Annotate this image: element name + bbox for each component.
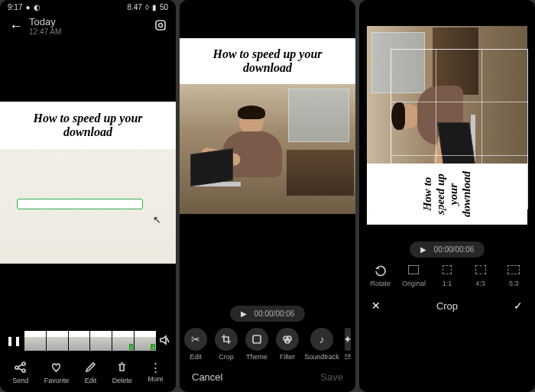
play-icon: ▶: [420, 245, 426, 254]
aspect-1-1[interactable]: 1:1: [432, 265, 462, 287]
music-icon: ♪: [310, 328, 333, 351]
meme-caption: How to speed up your download: [367, 164, 527, 225]
playback-control[interactable]: ▶ 00:00/00:06: [230, 306, 306, 322]
svg-point-4: [15, 366, 18, 369]
pause-button[interactable]: ❚❚: [6, 335, 21, 346]
signal-icon: ▮: [152, 3, 157, 11]
aspect-5-3[interactable]: 5:3: [498, 265, 529, 287]
theme-icon: [245, 328, 268, 351]
messenger-icon: ●: [25, 3, 30, 11]
status-time: 9:17: [8, 3, 22, 11]
cursor-icon: ↖: [153, 214, 161, 225]
header-title: Today: [29, 16, 61, 28]
more-button[interactable]: ⋮ More: [148, 361, 164, 384]
aspect-original[interactable]: Original: [398, 265, 429, 287]
delete-button[interactable]: Delete: [112, 361, 132, 384]
frame-thumb[interactable]: [47, 331, 68, 351]
svg-rect-0: [156, 21, 165, 30]
tool-theme[interactable]: Theme: [245, 328, 268, 361]
tool-edit[interactable]: ✂Edit: [184, 328, 207, 361]
svg-rect-6: [253, 335, 261, 343]
svg-point-1: [159, 23, 163, 27]
tool-filter[interactable]: Filter: [276, 328, 299, 361]
frame-thumb[interactable]: ↓: [135, 331, 156, 351]
status-bar: 9:17 ● ◐ 8.47 ◊ ▮ 50: [0, 0, 176, 13]
aspect-4-3[interactable]: 4:3: [465, 265, 496, 287]
telegram-icon: ◐: [34, 3, 41, 11]
rotated-preview[interactable]: How to speed up your download: [359, 18, 535, 232]
panel-gallery-viewer: 9:17 ● ◐ 8.47 ◊ ▮ 50 ← Today 12:47 AM: [0, 0, 176, 392]
svg-line-2: [167, 338, 169, 342]
rotate-icon: [374, 265, 386, 277]
crop-icon: [215, 328, 238, 351]
filter-icon: [276, 328, 299, 351]
more-icon: ⋮: [150, 361, 161, 373]
share-icon: [15, 361, 26, 374]
meme-caption: How to speed up your download: [0, 102, 176, 149]
heart-icon: [50, 361, 62, 374]
video-frame: [367, 26, 527, 164]
progress-bar-graphic: [17, 199, 143, 209]
battery-icon: 50: [160, 3, 168, 11]
scissors-icon: ✂: [184, 328, 207, 351]
frame-scrubber[interactable]: ↓ ↓: [24, 331, 156, 351]
panel-crop-editor: How to speed up your download ▶ 00: [359, 0, 535, 392]
header-subtitle: 12:47 AM: [29, 28, 61, 36]
frame-thumb[interactable]: [24, 331, 46, 351]
rotate-button[interactable]: Rotate: [365, 265, 396, 287]
mute-button[interactable]: [159, 335, 170, 348]
trash-icon: [116, 361, 128, 374]
video-frame[interactable]: ↖: [0, 149, 176, 264]
effects-icon: ✦: [345, 328, 351, 351]
frame-thumb[interactable]: [69, 331, 90, 351]
playback-control[interactable]: ▶ 00:00/00:06: [410, 241, 485, 258]
frame-thumb[interactable]: [90, 331, 112, 351]
rect-icon: [507, 265, 520, 277]
tool-crop[interactable]: Crop: [215, 328, 238, 361]
svg-point-5: [22, 369, 25, 372]
tool-soundtrack[interactable]: ♪Soundtrack: [306, 328, 337, 361]
close-button[interactable]: ✕: [371, 300, 381, 312]
save-button[interactable]: Save: [320, 371, 343, 383]
play-icon: ▶: [241, 309, 247, 318]
favorite-button[interactable]: Favorite: [44, 361, 70, 384]
rect-icon: [408, 265, 419, 277]
edit-button[interactable]: Edit: [85, 361, 97, 384]
meme-caption: How to speed up your download: [180, 38, 355, 84]
tool-effects[interactable]: ✦Eff: [345, 328, 351, 361]
cancel-button[interactable]: Cancel: [192, 371, 222, 383]
wifi-icon: ◊: [145, 3, 149, 11]
square-icon: [443, 265, 452, 277]
svg-point-3: [22, 362, 25, 365]
back-button[interactable]: ←: [9, 18, 23, 34]
video-preview[interactable]: [180, 84, 355, 214]
frame-thumb[interactable]: ↓: [112, 331, 134, 351]
confirm-button[interactable]: ✓: [514, 300, 523, 312]
rect-icon: [475, 265, 486, 277]
screen-title: Crop: [436, 300, 458, 312]
lens-button[interactable]: [154, 19, 167, 34]
net-speed: 8.47: [127, 3, 141, 11]
panel-video-editor: How to speed up your download ▶ 00:00/00…: [180, 0, 355, 392]
pencil-icon: [85, 361, 96, 374]
send-button[interactable]: Send: [12, 361, 28, 384]
